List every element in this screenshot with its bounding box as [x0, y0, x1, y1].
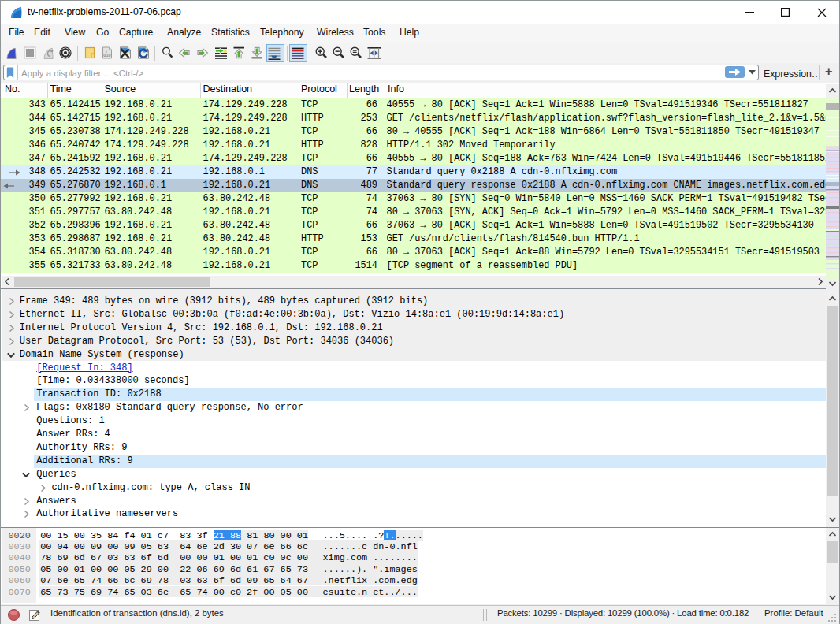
svg-text:010: 010	[104, 53, 111, 58]
